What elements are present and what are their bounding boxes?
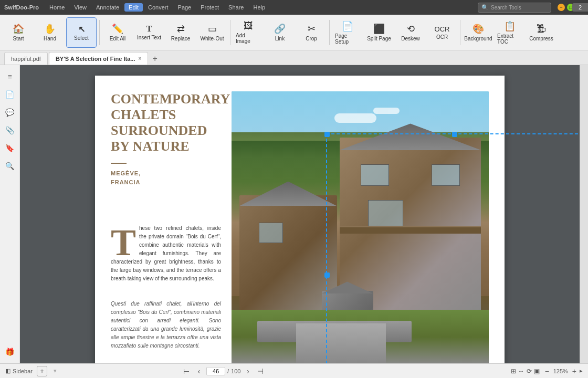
sidebar-comments-icon[interactable]: 💬 [3, 105, 17, 120]
tool-select-label: Select [74, 35, 89, 41]
tool-extract-toc[interactable]: 📋 Extract TOC [495, 17, 525, 48]
tool-start[interactable]: 🏠 Start [3, 17, 34, 48]
tab-bys-label: BY'S A Selection of Fine Ita... [56, 56, 135, 62]
tool-background-label: Background [464, 36, 492, 41]
tool-extract-toc-label: Extract TOC [497, 33, 522, 45]
sidebar-pages-icon[interactable]: 📄 [3, 87, 17, 102]
tool-background[interactable]: 🎨 Background [463, 17, 494, 48]
edit-all-icon: ✏️ [112, 23, 123, 35]
tab-bys-close[interactable]: × [138, 56, 141, 61]
hand-icon: ✋ [44, 23, 56, 35]
rotate-icon[interactable]: ⟳ [527, 368, 532, 375]
tab-happiful[interactable]: happiful.pdf [4, 52, 48, 65]
prev-page-button[interactable]: ‹ [194, 367, 204, 375]
sidebar-options-icon[interactable]: ▾ [54, 368, 57, 374]
tool-page-setup[interactable]: 📄 Page Setup [332, 17, 363, 48]
sidebar-attachments-icon[interactable]: 📎 [3, 123, 17, 138]
zoom-in-button[interactable]: + [572, 367, 576, 375]
page-number-input[interactable] [206, 367, 225, 375]
zoom-out-button[interactable]: − [545, 367, 549, 375]
title-underline [111, 163, 127, 164]
tool-link-label: Link [275, 36, 285, 41]
tool-link[interactable]: 🔗 Link [265, 17, 295, 48]
tool-compress[interactable]: 🗜 Compress [526, 17, 556, 48]
link-icon: 🔗 [274, 23, 286, 35]
last-page-button[interactable]: ⊣ [255, 367, 266, 375]
zoom-slider-arrow[interactable]: ▸ [580, 368, 583, 374]
chalet-photo [232, 91, 489, 363]
menu-annotate[interactable]: Annotate [92, 3, 123, 12]
extract-toc-icon: 📋 [504, 20, 516, 32]
sidebar-search-icon[interactable]: 🔍 [3, 159, 17, 173]
page-navigation: ⊢ ‹ / 100 › ⊣ [181, 367, 266, 375]
pdf-page: CONTEMPORARY CHALETS SURROUNDED BY NATUR… [95, 76, 505, 363]
menu-protect[interactable]: Protect [196, 3, 223, 12]
sidebar-add-button[interactable]: + [37, 366, 47, 376]
bottom-bar: ◧ Sidebar + ▾ ⊢ ‹ / 100 › ⊣ ⊞ ↔ ⟳ ▣ − 12… [0, 363, 588, 378]
tool-insert-text-label: Insert Text [137, 35, 161, 40]
tool-white-out[interactable]: ▭ White-Out [197, 17, 227, 48]
sidebar: ≡ 📄 💬 📎 🔖 🔍 🎁 [0, 65, 20, 363]
minimize-button[interactable]: − [558, 4, 565, 11]
tool-compress-label: Compress [529, 36, 553, 41]
tool-hand[interactable]: ✋ Hand [35, 17, 65, 48]
menu-home[interactable]: Home [45, 3, 69, 12]
tab-bys[interactable]: BY'S A Selection of Fine Ita... × [49, 52, 148, 65]
sidebar-gift-icon[interactable]: 🎁 [3, 344, 17, 359]
window-3 [368, 200, 403, 227]
select-icon: ↖ [78, 24, 85, 34]
fit-page-icon[interactable]: ⊞ [511, 368, 516, 375]
tool-replace[interactable]: ⇄ Replace [165, 17, 196, 48]
toolbar-separator-4 [460, 20, 460, 45]
sidebar-bookmarks-icon[interactable]: 🔖 [3, 141, 17, 155]
search-box[interactable]: 🔍 Search Tools [478, 3, 551, 13]
tool-insert-text[interactable]: T Insert Text [134, 17, 164, 48]
tool-page-setup-label: Page Setup [335, 33, 360, 45]
tool-add-image[interactable]: 🖼 Add Image [233, 17, 264, 48]
sidebar-toggle-label: Sidebar [13, 368, 33, 374]
two-page-icon[interactable]: ▣ [534, 368, 540, 375]
menu-share[interactable]: Share [224, 3, 248, 12]
crop-icon: ✂ [308, 23, 316, 35]
deskew-icon: ⟲ [407, 23, 415, 35]
page-badge: 2 [572, 3, 588, 12]
right-scrollbar[interactable] [580, 65, 588, 363]
toolbar-separator-2 [230, 20, 230, 45]
tool-crop[interactable]: ✂ Crop [296, 17, 327, 48]
window-1 [361, 164, 389, 186]
sidebar-nav-icon[interactable]: ≡ [3, 69, 17, 84]
doc-area[interactable]: CONTEMPORARY CHALETS SURROUNDED BY NATUR… [20, 65, 580, 363]
tool-hand-label: Hand [44, 36, 56, 41]
location: MEGÈVE, FRANCIA [111, 169, 221, 187]
menu-edit[interactable]: Edit [124, 3, 143, 12]
tool-split-page-label: Split Page [367, 36, 391, 41]
menu-page[interactable]: Page [174, 3, 196, 12]
sidebar-toggle[interactable]: ◧ Sidebar [5, 368, 33, 374]
cloud-2 [373, 108, 400, 114]
tab-add-button[interactable]: + [149, 53, 161, 65]
tool-deskew[interactable]: ⟲ Deskew [395, 17, 426, 48]
menu-view[interactable]: View [70, 3, 91, 12]
menu-bar: SwifDoo-Pro Home View Annotate Edit Conv… [0, 0, 588, 15]
next-page-button[interactable]: › [243, 367, 253, 375]
page-separator: / [227, 368, 229, 374]
tool-ocr-label: OCR [436, 34, 448, 40]
tool-ocr[interactable]: OCR OCR [427, 17, 457, 48]
menu-convert[interactable]: Convert [144, 3, 173, 12]
body-text-it: Questi due raffinati chalet, all'interno… [111, 300, 221, 350]
fit-width-icon[interactable]: ↔ [518, 368, 524, 375]
tool-add-image-label: Add Image [236, 33, 261, 44]
replace-icon: ⇄ [177, 23, 185, 35]
compress-icon: 🗜 [537, 24, 546, 35]
menu-help[interactable]: Help [249, 3, 269, 12]
first-page-button[interactable]: ⊢ [181, 367, 192, 375]
toolbar-separator-1 [99, 20, 100, 45]
tool-deskew-label: Deskew [401, 36, 420, 41]
tool-edit-all[interactable]: ✏️ Edit All [102, 17, 133, 48]
zoom-level: 125% [551, 368, 570, 374]
tool-select[interactable]: ↖ Select [66, 17, 97, 48]
toolbar-separator-3 [329, 20, 330, 45]
start-icon: 🏠 [13, 23, 24, 35]
page-title: CONTEMPORARY CHALETS SURROUNDED BY NATUR… [111, 91, 221, 154]
tool-split-page[interactable]: ⬛ Split Page [364, 17, 394, 48]
